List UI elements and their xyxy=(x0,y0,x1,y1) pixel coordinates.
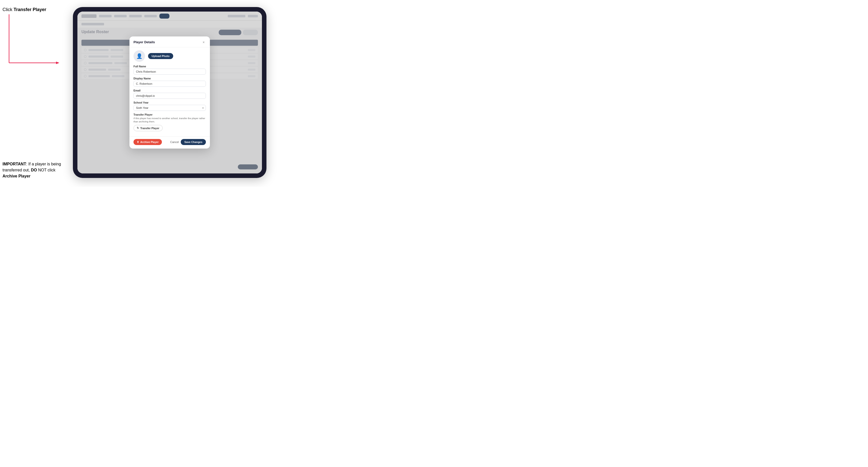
instruction-bottom-archive: Archive Player xyxy=(2,174,30,178)
school-year-group: School Year First Year Second Year Third… xyxy=(133,101,206,111)
modal-overlay: Player Details × 👤 Upload Photo xyxy=(78,11,262,174)
display-name-label: Display Name xyxy=(133,77,206,80)
transfer-icon: ↻ xyxy=(137,126,139,130)
instruction-top-prefix: Click xyxy=(2,7,13,12)
modal-close-button[interactable]: × xyxy=(202,40,206,44)
transfer-player-button[interactable]: ↻ Transfer Player xyxy=(133,125,163,131)
save-changes-button[interactable]: Save Changes xyxy=(181,139,206,145)
upload-photo-button[interactable]: Upload Photo xyxy=(148,53,173,59)
display-name-group: Display Name xyxy=(133,77,206,87)
email-input[interactable] xyxy=(133,93,206,99)
instruction-bottom-bold1: IMPORTANT xyxy=(2,162,26,166)
modal-title: Player Details xyxy=(133,40,155,44)
school-year-select-wrapper: First Year Second Year Third Year Fourth… xyxy=(133,105,206,111)
full-name-input[interactable] xyxy=(133,69,206,75)
email-group: Email xyxy=(133,89,206,99)
instruction-bottom-not: NOT click xyxy=(37,168,55,172)
modal-footer: ⬆ Archive Player Cancel Save Changes xyxy=(129,136,210,149)
avatar-section: 👤 Upload Photo xyxy=(133,50,206,62)
transfer-button-label: Transfer Player xyxy=(140,127,159,130)
ipad-frame: Update Roster xyxy=(73,7,267,178)
arrow-annotation xyxy=(4,14,60,68)
school-year-label: School Year xyxy=(133,101,206,104)
email-label: Email xyxy=(133,89,206,92)
player-details-modal: Player Details × 👤 Upload Photo xyxy=(129,36,210,149)
full-name-group: Full Name xyxy=(133,65,206,75)
archive-icon: ⬆ xyxy=(137,141,139,144)
full-name-label: Full Name xyxy=(133,65,206,68)
archive-player-button[interactable]: ⬆ Archive Player xyxy=(133,139,162,145)
avatar: 👤 xyxy=(133,50,145,62)
footer-right: Cancel Save Changes xyxy=(170,139,206,145)
display-name-input[interactable] xyxy=(133,81,206,87)
transfer-section: Transfer Player If this player has moved… xyxy=(133,113,206,131)
instruction-bottom-do: DO xyxy=(31,168,37,172)
modal-body: 👤 Upload Photo Full Name Display Name xyxy=(129,47,210,136)
avatar-icon: 👤 xyxy=(136,53,143,59)
instruction-top: Click Transfer Player xyxy=(2,7,46,12)
transfer-description: If this player has moved to another scho… xyxy=(133,117,206,123)
archive-label: Archive Player xyxy=(140,141,159,144)
ipad-screen: Update Roster xyxy=(78,11,262,174)
svg-marker-2 xyxy=(56,62,59,64)
app-background: Update Roster xyxy=(78,11,262,174)
modal-header: Player Details × xyxy=(129,36,210,47)
cancel-button[interactable]: Cancel xyxy=(170,141,179,144)
instruction-bottom: IMPORTANT: If a player is being transfer… xyxy=(2,161,63,179)
instruction-top-bold: Transfer Player xyxy=(13,7,46,12)
transfer-label: Transfer Player xyxy=(133,113,206,116)
school-year-select[interactable]: First Year Second Year Third Year Fourth… xyxy=(133,105,206,111)
